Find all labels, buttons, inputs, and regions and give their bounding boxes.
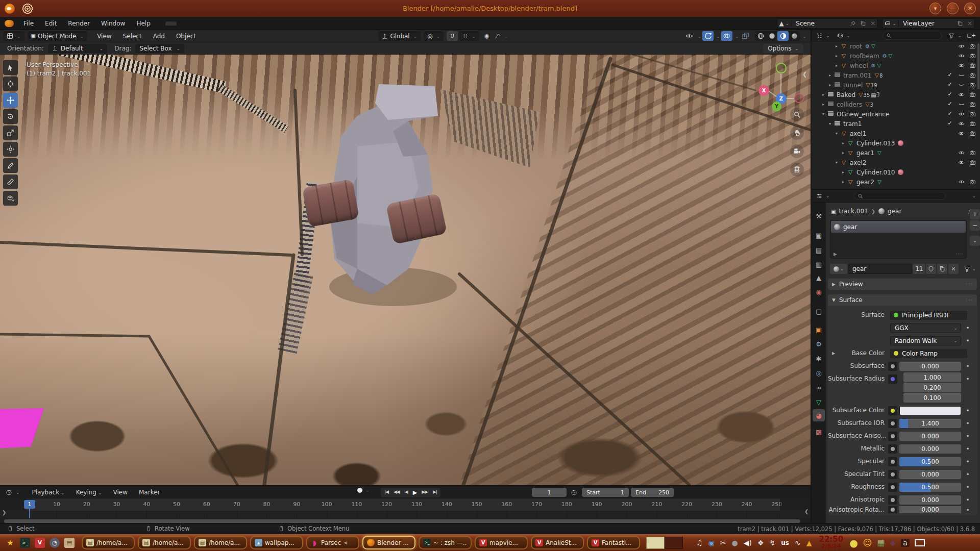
disclosure-triangle[interactable]: ▸	[834, 63, 840, 68]
properties-tab-scene[interactable]: ▲	[813, 271, 825, 284]
property-field[interactable]: 0.000	[899, 506, 961, 513]
timeline-collapse-icon[interactable]: ❮	[804, 509, 808, 514]
outliner-row[interactable]: ▸ ▽ gear2 ▽	[812, 177, 980, 187]
tool-move[interactable]	[3, 93, 18, 108]
disclosure-triangle[interactable]: ▸	[840, 141, 846, 145]
proportional-edit-toggle[interactable]: ◉	[481, 31, 493, 41]
disable-render-camera-icon[interactable]	[967, 130, 978, 137]
maximize-button[interactable]: —	[947, 3, 959, 14]
wifi-icon[interactable]: ∿	[795, 539, 801, 547]
navigation-gizmo[interactable]: X Z Y	[754, 57, 811, 114]
property-field[interactable]: 0.000	[899, 362, 961, 371]
gizmo-axis-y-neg[interactable]	[776, 63, 787, 73]
disable-render-camera-icon[interactable]	[967, 149, 978, 157]
users-count-button[interactable]: 11	[913, 264, 925, 274]
taskbar-app[interactable]: ▴ wallpap...	[250, 536, 303, 549]
hidden-eye-icon[interactable]	[955, 81, 967, 89]
pivot-point-select[interactable]: ◎⌄	[424, 31, 444, 41]
workspace-2[interactable]	[665, 537, 683, 549]
outliner-search-input[interactable]	[894, 33, 929, 39]
disclosure-triangle[interactable]: ▸	[834, 44, 840, 48]
exclude-checkbox[interactable]: ✓	[947, 91, 952, 98]
hide-eye-icon[interactable]	[955, 130, 967, 137]
animate-dot[interactable]: •	[965, 442, 971, 455]
warning-icon[interactable]: ▲	[806, 539, 812, 547]
material-filter-icon[interactable]: ⌄	[964, 266, 976, 272]
disclosure-triangle[interactable]: ▸	[840, 151, 846, 155]
zoom-icon[interactable]	[790, 108, 804, 121]
outliner-row[interactable]: ▸ Baked ▽353 ✓	[812, 90, 980, 99]
hidden-eye-icon[interactable]	[955, 71, 967, 79]
shading-wireframe-button[interactable]	[755, 31, 766, 41]
calculator-icon[interactable]: ▦	[877, 538, 885, 547]
options-button[interactable]: Options ⌄	[763, 44, 803, 53]
taskbar-app[interactable]: ▤ /home/a...	[138, 536, 191, 549]
viewlayer-selector[interactable]: ⌄ ViewLayer ✕	[882, 18, 975, 29]
resize-grip[interactable]: ∷∷	[957, 252, 963, 257]
object-name[interactable]: gear1	[856, 149, 874, 157]
taskbar-app[interactable]: Blender ...	[362, 536, 415, 549]
bluetooth-icon[interactable]: ❖	[757, 539, 764, 547]
object-name[interactable]: Baked	[837, 91, 855, 98]
browse-material-button[interactable]: ⌄	[830, 264, 847, 274]
auto-keying-toggle[interactable]: ⌄	[357, 488, 370, 493]
playhead[interactable]	[29, 508, 30, 518]
new-scene-icon[interactable]	[858, 20, 868, 27]
outliner-row[interactable]: ▾ ▽ axel2	[812, 158, 980, 167]
outliner-display-mode-button[interactable]: ⌄	[834, 31, 854, 40]
sidebar-collapse-icon[interactable]: ❮	[802, 71, 807, 78]
properties-options-dropdown[interactable]: ⌄	[972, 193, 976, 198]
properties-tab-particles[interactable]: ✱	[813, 353, 825, 365]
menu-item[interactable]: File	[18, 20, 39, 27]
hide-eye-icon[interactable]	[955, 178, 967, 186]
launcher-compass-icon[interactable]: ◔	[50, 538, 60, 548]
properties-tab-data[interactable]: ▽	[813, 396, 825, 408]
object-name[interactable]: tunnel	[843, 82, 863, 89]
fake-user-shield-icon[interactable]	[926, 264, 936, 274]
taskbar-app[interactable]: ▤ /home/a...	[82, 536, 135, 549]
disable-render-camera-icon[interactable]	[967, 81, 978, 89]
property-field[interactable]: 0.000	[899, 470, 961, 479]
disclosure-triangle[interactable]: ▸	[834, 54, 840, 58]
minimize-button[interactable]: ▾	[929, 3, 941, 14]
workspace-tab[interactable]	[266, 21, 278, 26]
close-button[interactable]: ✕	[964, 3, 976, 14]
workspace-tab[interactable]	[165, 21, 177, 26]
menu-item[interactable]: Playback⌄	[27, 489, 70, 496]
properties-tab-constraints[interactable]: ∞	[813, 381, 825, 393]
properties-tab-object[interactable]: ▣	[813, 323, 825, 336]
music-icon[interactable]: ♫	[696, 539, 703, 547]
exclude-checkbox[interactable]: ✓	[947, 110, 952, 118]
play-button[interactable]: ▶	[411, 488, 419, 497]
exclude-checkbox[interactable]: ✓	[947, 101, 952, 108]
applet-icon[interactable]: ●	[732, 539, 738, 547]
scene-icon[interactable]: ▲⌄	[777, 20, 792, 27]
tool-annotate[interactable]	[3, 158, 18, 173]
taskbar-app[interactable]: ◗ Parsec ⊲	[306, 536, 359, 549]
mode-select[interactable]: ▣ Object Mode ⌄	[28, 31, 88, 41]
workspace-tab[interactable]	[233, 21, 244, 26]
properties-tab-tool[interactable]: ⚒	[813, 210, 825, 222]
taskbar-app[interactable]: >_ ~ : zsh —...	[419, 536, 472, 549]
current-frame-field[interactable]: 1	[532, 488, 567, 497]
disable-render-camera-icon[interactable]	[967, 52, 978, 60]
animate-dot[interactable]: •	[965, 430, 971, 442]
snap-settings[interactable]: ⌄	[459, 31, 479, 41]
orthographic-grid-icon[interactable]	[790, 163, 804, 177]
launcher-cabinet-icon[interactable]: ▤	[64, 538, 75, 548]
overlays-dropdown[interactable]: ⌄	[735, 34, 739, 39]
exclude-checkbox[interactable]: ✓	[947, 81, 952, 89]
pin-icon[interactable]	[848, 20, 858, 27]
animate-dot[interactable]: •	[965, 417, 971, 430]
color-swatch[interactable]	[899, 406, 961, 415]
workspace-tab[interactable]	[278, 21, 289, 26]
object-name[interactable]: axel2	[850, 159, 866, 166]
workspace-tab[interactable]	[244, 21, 255, 26]
outliner-row[interactable]: ▾ OGnew_entrance ✓	[812, 109, 980, 119]
properties-tab-collection[interactable]: ▢	[813, 305, 825, 317]
properties-tab-world[interactable]: ◉	[813, 286, 825, 298]
taskbar-app[interactable]: V AnalieSt...	[531, 536, 584, 549]
disable-render-camera-icon[interactable]	[967, 101, 978, 108]
timeline-track[interactable]	[0, 511, 811, 518]
next-keyframe-button[interactable]: ▶▶	[420, 488, 430, 497]
